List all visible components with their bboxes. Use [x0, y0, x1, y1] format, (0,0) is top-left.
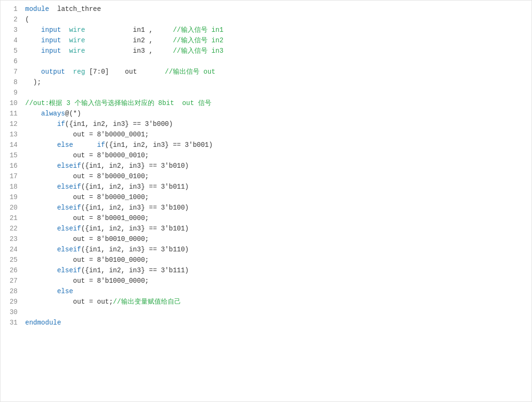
line-number: 10: [4, 98, 18, 108]
token-normal: ({in1, in2,: [81, 225, 129, 232]
code-line: 31endmodule: [0, 318, 532, 328]
token-normal: out = 8'b0000_0010;: [25, 152, 149, 159]
code-line: 22 elseif({in1, in2, in3} == 3'b101): [0, 224, 532, 234]
token-normal: [61, 26, 69, 34]
line-number: 26: [4, 266, 18, 276]
code-line: 14 else if({in1, in2, in3} == 3'b001): [0, 140, 532, 151]
token-normal: (: [25, 16, 29, 23]
code-line: 19 out = 8'b0000_1000;: [0, 192, 532, 203]
token-normal: in2 ,: [85, 37, 173, 44]
line-content: //out:根据 3 个输入信号选择输出对应的 8bit out 信号: [25, 98, 528, 108]
line-number: 31: [4, 318, 18, 328]
line-content: out = out;//输出变量赋值给自己: [25, 297, 528, 307]
code-line: 28 else: [0, 287, 532, 297]
token-normal: out = out;: [25, 298, 113, 306]
token-normal: [25, 26, 41, 34]
token-normal: [25, 120, 57, 128]
line-number: 16: [4, 161, 18, 171]
code-line: 2(: [0, 15, 532, 25]
line-number: 23: [4, 234, 18, 244]
line-number: 1: [4, 4, 18, 14]
line-content: module latch_three: [25, 4, 528, 14]
token-kw-blue: input: [41, 26, 61, 34]
line-number: 9: [4, 88, 18, 98]
token-normal: , in3} == 3'b001): [145, 141, 213, 149]
line-number: 22: [4, 224, 18, 234]
code-line: 24 elseif({in1, in2, in3} == 3'b110): [0, 245, 532, 255]
token-normal: } == 3'b101): [141, 225, 189, 232]
token-normal: out = 8'b0000_0001;: [25, 131, 149, 138]
code-line: 8 );: [0, 77, 532, 88]
token-kw-blue: else: [57, 141, 73, 149]
line-content: endmodule: [25, 318, 528, 328]
line-number: 30: [4, 307, 18, 317]
line-content: [25, 88, 528, 98]
token-comment: //out:根据 3 个输入信号选择输出对应的 8bit out 信号: [25, 99, 211, 107]
code-line: 27 out = 8'b1000_0000;: [0, 276, 532, 287]
token-normal: in3: [129, 246, 141, 253]
token-normal: out = 8'b0100_0000;: [25, 256, 149, 264]
line-content: out = 8'b0001_0000;: [25, 213, 528, 223]
token-kw-blue: if: [97, 141, 105, 149]
code-line: 13 out = 8'b0000_0001;: [0, 130, 532, 140]
token-normal: [25, 246, 57, 253]
code-editor: 1module latch_three2(3 input wire in1 , …: [0, 0, 532, 402]
token-normal: } == 3'b100): [141, 204, 189, 211]
token-normal: [25, 37, 41, 44]
token-normal: ({in1, in2, in3} == 3'b000): [65, 120, 173, 128]
token-normal: [65, 68, 73, 76]
line-content: output reg [7:0] out //输出信号 out: [25, 67, 528, 77]
token-kw-blue: input: [41, 37, 61, 44]
token-normal: [25, 110, 41, 117]
token-comment: //输入信号 in3: [173, 47, 223, 55]
line-content: out = 8'b1000_0000;: [25, 276, 528, 286]
line-content: elseif({in1, in2, in3} == 3'b011): [25, 182, 528, 192]
line-content: out = 8'b0000_0100;: [25, 172, 528, 182]
code-line: 25 out = 8'b0100_0000;: [0, 255, 532, 266]
token-normal: out = 8'b1000_0000;: [25, 277, 149, 285]
line-content: );: [25, 77, 528, 87]
token-normal: ({in1, in2,: [81, 246, 129, 253]
line-content: [25, 57, 528, 67]
line-number: 13: [4, 130, 18, 140]
code-line: 11 always@(*): [0, 109, 532, 119]
token-normal: in3: [129, 204, 141, 211]
token-kw-blue: elseif: [57, 267, 81, 274]
line-content: out = 8'b0100_0000;: [25, 255, 528, 265]
token-normal: out = 8'b0000_1000;: [25, 193, 149, 201]
code-line: 16 elseif({in1, in2, in3} == 3'b010): [0, 161, 532, 172]
token-normal: ({in1, in2,: [81, 183, 129, 191]
line-content: out = 8'b0000_1000;: [25, 192, 528, 202]
token-kw-blue: elseif: [57, 162, 81, 170]
code-line: 21 out = 8'b0001_0000;: [0, 213, 532, 224]
token-normal: ({in1, in2,: [81, 162, 129, 170]
code-line: 17 out = 8'b0000_0100;: [0, 172, 532, 182]
token-kw-blue: elseif: [57, 225, 81, 232]
token-comment: //输入信号 in2: [173, 37, 223, 44]
code-line: 4 input wire in2 , //输入信号 in2: [0, 36, 532, 46]
token-kw-blue: elseif: [57, 183, 81, 191]
line-number: 14: [4, 140, 18, 150]
line-number: 20: [4, 203, 18, 213]
token-kw-blue: elseif: [57, 204, 81, 211]
token-normal: ({in1, in2,: [81, 204, 129, 211]
token-normal: out = 8'b0010_0000;: [25, 235, 149, 243]
token-normal: [25, 225, 57, 232]
line-number: 6: [4, 57, 18, 67]
code-line: 10//out:根据 3 个输入信号选择输出对应的 8bit out 信号: [0, 98, 532, 109]
code-line: 7 output reg [7:0] out //输出信号 out: [0, 67, 532, 77]
token-kw-blue: output: [41, 68, 65, 76]
token-normal: @(*): [65, 110, 81, 117]
code-line: 18 elseif({in1, in2, in3} == 3'b011): [0, 182, 532, 192]
token-comment: //输入信号 in1: [173, 26, 223, 34]
code-line: 23 out = 8'b0010_0000;: [0, 234, 532, 245]
line-number: 3: [4, 25, 18, 35]
line-content: else: [25, 287, 528, 297]
line-number: 27: [4, 276, 18, 286]
token-normal: in3: [129, 267, 141, 274]
token-kw-cyan: wire: [69, 26, 85, 34]
line-content: out = 8'b0010_0000;: [25, 234, 528, 244]
code-line: 20 elseif({in1, in2, in3} == 3'b100): [0, 203, 532, 213]
line-content: input wire in2 , //输入信号 in2: [25, 36, 528, 46]
token-normal: in3: [129, 162, 141, 170]
